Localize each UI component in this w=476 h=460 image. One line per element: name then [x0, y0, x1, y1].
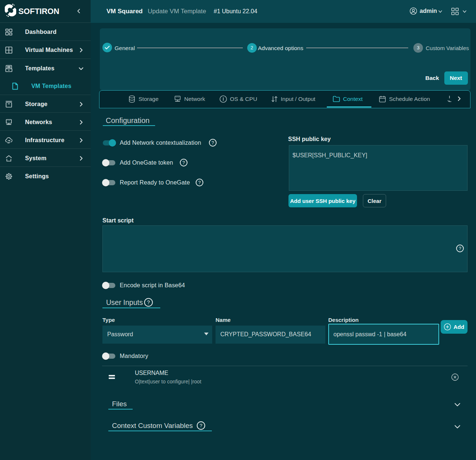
svg-text:?: ? [182, 160, 185, 165]
svg-text:?: ? [200, 423, 203, 428]
svg-text:?: ? [147, 299, 150, 305]
svg-text:?: ? [459, 246, 461, 251]
svg-text:?: ? [211, 140, 214, 145]
svg-text:?: ? [198, 180, 201, 185]
